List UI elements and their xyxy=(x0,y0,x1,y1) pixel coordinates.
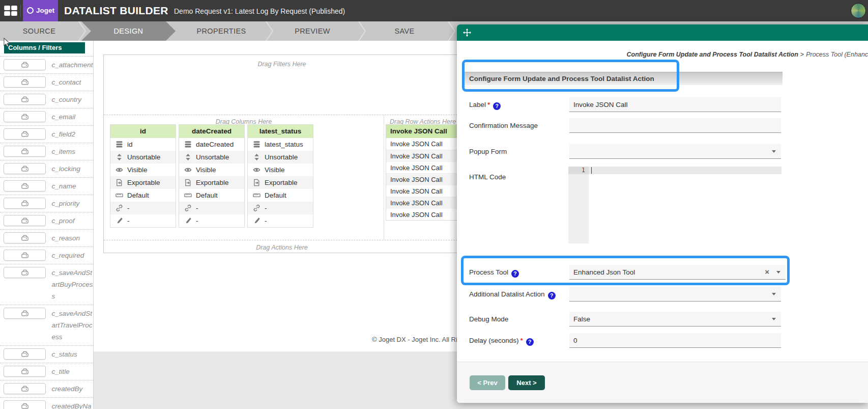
column-row-link[interactable]: - xyxy=(110,202,176,214)
breadcrumb-next[interactable]: Process Tool (Enhanc xyxy=(806,51,868,58)
help-icon[interactable]: ? xyxy=(493,102,501,110)
row-action-item[interactable]: Invoke JSON Call xyxy=(386,138,458,150)
palette-item-c_proof[interactable]: c_proof xyxy=(0,212,94,229)
html-code-editor[interactable]: 1 xyxy=(568,167,782,243)
column-row-name[interactable]: latest_status xyxy=(248,138,313,151)
breadcrumb-current[interactable]: Configure Form Update and Process Tool D… xyxy=(627,51,798,58)
filters-dropzone[interactable]: Drag Filters Here xyxy=(104,55,460,115)
column-row-format[interactable]: Default xyxy=(179,189,244,202)
tab-design[interactable]: DESIGN xyxy=(81,21,176,41)
label-input[interactable] xyxy=(569,97,781,112)
row-action-item[interactable]: Invoke JSON Call xyxy=(386,150,458,161)
palette-item-c_items[interactable]: c_items xyxy=(0,143,94,160)
column-header[interactable]: latest_status xyxy=(248,125,313,138)
additional-datalist-action-select[interactable] xyxy=(569,287,781,301)
field-row-process-tool: Process Tool? × xyxy=(469,265,856,280)
tab-properties[interactable]: PROPERTIES xyxy=(196,21,246,41)
column-row-link[interactable]: - xyxy=(248,202,313,214)
column-row-link[interactable]: - xyxy=(179,202,244,214)
row-action-header[interactable]: Invoke JSON Call xyxy=(386,125,458,138)
palette-item-c_saveAndStartBuyProcess[interactable]: c_saveAndStartBuyProcess xyxy=(0,264,94,305)
debug-mode-select[interactable] xyxy=(569,312,781,326)
palette-item-c_saveAndStartTravelProcess[interactable]: c_saveAndStartTravelProcess xyxy=(0,305,94,345)
row-action-item[interactable]: Invoke JSON Call xyxy=(386,161,458,173)
row-action-item[interactable]: Invoke JSON Call xyxy=(386,185,458,197)
column-row-label: id xyxy=(127,141,133,148)
prev-button[interactable]: < Prev xyxy=(470,375,505,390)
column-row-visible[interactable]: Visible xyxy=(248,163,313,176)
move-icon[interactable] xyxy=(463,29,471,37)
user-avatar[interactable] xyxy=(851,3,866,18)
help-icon[interactable]: ? xyxy=(548,292,556,299)
actions-dropzone[interactable]: Drag Actions Here xyxy=(104,240,460,253)
tab-save[interactable]: SAVE xyxy=(394,21,414,41)
palette-item-createdBy[interactable]: createdBy xyxy=(0,380,94,397)
column-row-style[interactable]: - xyxy=(179,214,244,227)
column-row-label: Visible xyxy=(265,166,285,174)
palette-item-c_contact[interactable]: c_contact xyxy=(0,73,94,91)
chevron-down-icon[interactable] xyxy=(776,271,780,274)
column-header[interactable]: id xyxy=(110,125,176,138)
column-row-exportable[interactable]: Exportable xyxy=(179,176,244,189)
palette-item-c_attachment[interactable]: c_attachment xyxy=(0,56,94,73)
clear-icon[interactable]: × xyxy=(765,265,769,279)
field-label-text: Popup Form xyxy=(469,148,507,155)
palette-item-c_status[interactable]: c_status xyxy=(0,345,94,363)
delay-input[interactable] xyxy=(569,333,781,347)
column-row-exportable[interactable]: Exportable xyxy=(110,176,176,189)
palette-item-c_name[interactable]: c_name xyxy=(0,177,94,195)
palette-item-c_priority[interactable]: c_priority xyxy=(0,195,94,212)
palette-item-c_field2[interactable]: c_field2 xyxy=(0,125,94,143)
help-icon[interactable]: ? xyxy=(511,270,519,278)
palette-item-c_title[interactable]: c_title xyxy=(0,363,94,380)
column-row-format[interactable]: Default xyxy=(248,189,313,202)
column-row-style[interactable]: - xyxy=(110,214,176,227)
palette-item-c_locking[interactable]: c_locking xyxy=(0,160,94,177)
tab-preview[interactable]: PREVIEW xyxy=(295,21,330,41)
process-tool-select[interactable] xyxy=(569,265,786,279)
popup-form-select[interactable] xyxy=(569,144,781,158)
dialog-titlebar[interactable] xyxy=(457,24,868,41)
field-label: Popup Form xyxy=(469,144,507,159)
tab-source[interactable]: SOURCE xyxy=(23,21,55,41)
drive-icon xyxy=(4,146,46,157)
palette-item-label: c_reason xyxy=(51,232,94,244)
column-row-style[interactable]: - xyxy=(248,214,313,227)
confirmation-message-input[interactable] xyxy=(569,118,781,132)
palette-item-label: c_priority xyxy=(51,198,94,209)
row-action-item[interactable]: Invoke JSON Call xyxy=(386,208,458,220)
drive-icon xyxy=(4,180,46,192)
chevron-down-icon[interactable] xyxy=(772,318,776,320)
column-header[interactable]: dateCreated xyxy=(179,125,244,138)
column-row-format[interactable]: Default xyxy=(110,189,176,202)
palette-item-c_required[interactable]: c_required xyxy=(0,247,94,264)
column-row-sort[interactable]: Unsortable xyxy=(248,151,313,163)
tab-separator xyxy=(266,21,274,41)
field-row-delay: Delay (seconds)*? xyxy=(469,333,856,348)
column-row-name[interactable]: id xyxy=(110,138,176,151)
palette-item-label: createdByName xyxy=(51,400,94,409)
field-label: Additional Datalist Action? xyxy=(469,287,556,302)
column-row-name[interactable]: dateCreated xyxy=(179,138,244,151)
palette-item-label: c_proof xyxy=(51,215,94,227)
chevron-down-icon[interactable] xyxy=(772,293,776,295)
chevron-down-icon[interactable] xyxy=(772,150,776,153)
column-row-sort[interactable]: Unsortable xyxy=(110,151,176,163)
help-icon[interactable]: ? xyxy=(526,338,534,346)
palette-item-createdByName[interactable]: createdByName xyxy=(0,397,94,409)
column-row-visible[interactable]: Visible xyxy=(179,163,244,176)
palette-item-c_country[interactable]: c_country xyxy=(0,91,94,108)
apps-grid-icon[interactable] xyxy=(4,6,17,16)
next-button[interactable]: Next > xyxy=(508,375,545,390)
tab-separator xyxy=(78,21,86,41)
palette-item-c_email[interactable]: c_email xyxy=(0,108,94,125)
joget-logo[interactable]: Joget xyxy=(23,0,58,21)
column-row-exportable[interactable]: Exportable xyxy=(248,176,313,189)
app-header: Joget DATALIST BUILDER Demo Request v1: … xyxy=(0,0,868,21)
field-row-additional-action: Additional Datalist Action? xyxy=(469,287,856,302)
row-action-item[interactable]: Invoke JSON Call xyxy=(386,173,458,185)
column-row-sort[interactable]: Unsortable xyxy=(179,151,244,163)
column-row-visible[interactable]: Visible xyxy=(110,163,176,176)
row-action-item[interactable]: Invoke JSON Call xyxy=(386,197,458,208)
palette-item-c_reason[interactable]: c_reason xyxy=(0,229,94,247)
